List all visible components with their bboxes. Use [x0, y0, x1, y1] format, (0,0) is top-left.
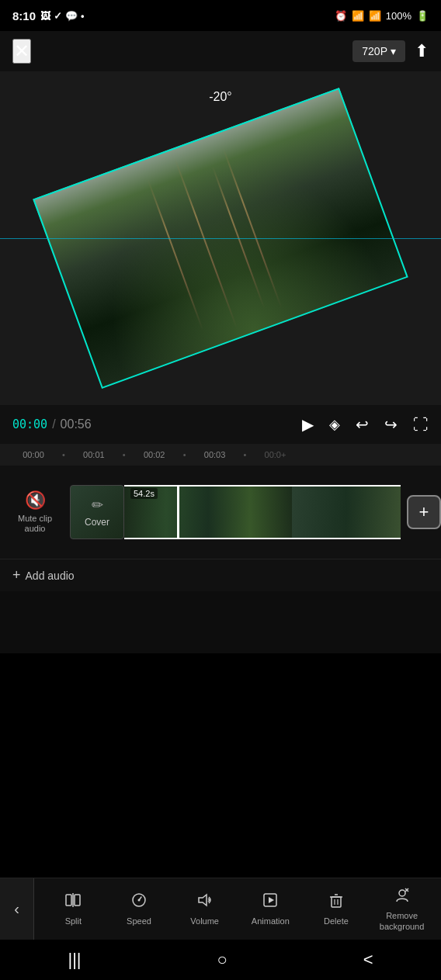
- mute-icon: 🔇: [25, 490, 46, 511]
- edit-icon: ✏: [92, 497, 103, 514]
- ruler-dot-4: •: [244, 450, 247, 459]
- clip-strip[interactable]: 54.2s: [124, 485, 401, 539]
- status-bar: 8:10 🖼 ✓ 💬 • ⏰ 📶 📶 100% 🔋: [0, 0, 441, 31]
- delete-label: Delete: [324, 916, 349, 926]
- add-clip-button[interactable]: +: [407, 495, 441, 529]
- chevron-down-icon: ▾: [391, 45, 396, 57]
- delete-svg: [328, 892, 345, 909]
- mute-label: Mute clipaudio: [18, 514, 52, 534]
- wifi-icon: 📶: [352, 10, 364, 22]
- svg-marker-5: [199, 895, 207, 906]
- redo-button[interactable]: ↪: [384, 415, 398, 434]
- remove-background-icon: [394, 886, 411, 908]
- resolution-button[interactable]: 720P ▾: [352, 40, 405, 62]
- time-display-area: 00:00 / 00:56: [12, 417, 92, 431]
- play-button[interactable]: ▶: [302, 415, 314, 434]
- ruler-time-0: 00:00: [6, 450, 61, 459]
- total-time: 00:56: [61, 417, 92, 431]
- split-icon: [64, 892, 82, 913]
- clip-duration: 54.2s: [130, 488, 158, 499]
- remove-background-label: Removebackground: [380, 911, 425, 931]
- svg-rect-8: [332, 897, 341, 907]
- alarm-icon: ⏰: [335, 10, 347, 22]
- fullscreen-button[interactable]: ⛶: [413, 416, 429, 434]
- dot-icon: •: [81, 10, 85, 22]
- ruler-time-1: 00:01: [67, 450, 121, 459]
- svg-point-4: [137, 899, 140, 901]
- battery-text: 100%: [386, 10, 411, 22]
- track-left-tools: 🔇 Mute clipaudio: [0, 484, 70, 540]
- close-button[interactable]: ✕: [12, 39, 31, 64]
- toolbar-remove-background[interactable]: Removebackground: [379, 886, 425, 931]
- split-label: Split: [65, 916, 82, 926]
- control-buttons: ▶ ◈ ↩ ↪ ⛶: [302, 415, 429, 434]
- timeline-controls: 00:00 / 00:56 ▶ ◈ ↩ ↪ ⛶: [0, 405, 441, 444]
- time-separator: /: [52, 417, 55, 431]
- svg-marker-7: [269, 897, 274, 903]
- upload-button[interactable]: ⬆: [415, 41, 429, 61]
- speed-svg: [130, 892, 148, 909]
- ruler-dot-2: •: [123, 450, 126, 459]
- toolbar-items: Split Speed Volume: [34, 878, 441, 940]
- playhead-line: [177, 485, 179, 539]
- timeline-ruler: 00:00 • 00:01 • 00:02 • 00:03 • 00:0+: [0, 444, 441, 466]
- toolbar-split[interactable]: Split: [50, 892, 96, 926]
- split-svg: [64, 892, 82, 909]
- nav-home-button[interactable]: ○: [210, 944, 233, 976]
- toolbar-speed[interactable]: Speed: [116, 892, 162, 926]
- timeline-track-area: 🔇 Mute clipaudio ✏ Cover 54.2s +: [0, 466, 441, 559]
- ruler-dot-3: •: [183, 450, 186, 459]
- video-preview: -20°: [0, 71, 441, 405]
- animation-svg: [262, 892, 279, 909]
- mute-tool[interactable]: 🔇 Mute clipaudio: [18, 490, 52, 534]
- cover-thumbnail[interactable]: ✏ Cover: [70, 485, 124, 539]
- rotation-label: -20°: [209, 90, 232, 104]
- bottom-toolbar: ‹ Split Speed: [0, 878, 441, 940]
- photo-icon: 🖼: [40, 10, 50, 22]
- check-icon: ✓: [54, 10, 62, 22]
- speed-label: Speed: [127, 916, 151, 926]
- top-bar-right: 720P ▾ ⬆: [352, 40, 429, 62]
- animation-icon: [262, 892, 279, 913]
- plus-icon: +: [419, 502, 429, 522]
- status-time: 8:10 🖼 ✓ 💬 •: [12, 9, 85, 23]
- ruler-dot-1: •: [62, 450, 65, 459]
- add-audio-button[interactable]: + Add audio: [12, 567, 75, 583]
- nav-back-button[interactable]: <: [357, 944, 380, 976]
- battery-icon: 🔋: [416, 10, 429, 22]
- svg-point-13: [399, 890, 405, 896]
- top-bar: ✕ 720P ▾ ⬆: [0, 31, 441, 71]
- remove-bg-svg: [394, 886, 411, 903]
- delete-icon: [328, 892, 345, 913]
- toolbar-back-button[interactable]: ‹: [0, 878, 34, 940]
- add-audio-label: Add audio: [26, 570, 75, 582]
- keyframe-button[interactable]: ◈: [329, 416, 340, 433]
- speed-icon: [130, 892, 148, 913]
- track-content: ✏ Cover 54.2s +: [70, 481, 441, 543]
- status-icons: 🖼 ✓ 💬 •: [40, 10, 85, 22]
- undo-button[interactable]: ↩: [356, 415, 369, 434]
- toolbar-delete[interactable]: Delete: [313, 892, 359, 926]
- svg-rect-0: [66, 895, 71, 906]
- nav-bar: ||| ○ <: [0, 940, 441, 980]
- cover-label: Cover: [85, 517, 109, 528]
- ruler-time-4: 00:0+: [248, 450, 302, 459]
- add-audio-row: + Add audio: [0, 559, 441, 591]
- current-time: 00:00: [12, 417, 47, 431]
- ruler-time-3: 00:03: [188, 450, 242, 459]
- toolbar-volume[interactable]: Volume: [182, 892, 228, 926]
- signal-icon: 📶: [369, 10, 381, 22]
- volume-svg: [196, 892, 214, 909]
- message-icon: 💬: [65, 10, 78, 22]
- nav-menu-button[interactable]: |||: [61, 944, 87, 976]
- crosshair-horizontal: [0, 238, 441, 239]
- volume-label: Volume: [190, 916, 219, 926]
- svg-rect-1: [75, 895, 80, 906]
- toolbar-animation[interactable]: Animation: [247, 892, 293, 926]
- resolution-label: 720P: [362, 45, 387, 57]
- time-display: 8:10: [12, 9, 36, 23]
- ruler-time-2: 00:02: [127, 450, 182, 459]
- add-audio-plus-icon: +: [12, 567, 21, 583]
- status-right: ⏰ 📶 📶 100% 🔋: [335, 10, 429, 22]
- animation-label: Animation: [252, 916, 290, 926]
